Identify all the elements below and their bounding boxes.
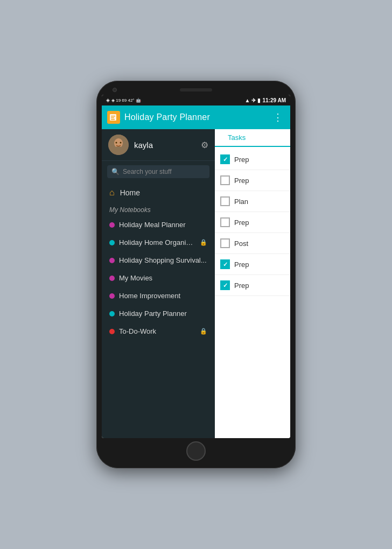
phone-camera — [113, 88, 117, 92]
phone-screen: ◈ ◈ 19 69 42° 🤖 ▲ ✈ ▮ 11:29 AM Holida — [102, 95, 290, 438]
app-title: Holiday Party Planner — [124, 112, 271, 122]
search-placeholder: Search your stuff — [123, 168, 172, 175]
task-checkbox[interactable] — [220, 280, 230, 290]
task-item: Post — [215, 233, 290, 254]
right-pane: Tasks PrepPrepPlanPrepPostPrepPrep — [215, 129, 290, 438]
menu-button[interactable]: ⋮ — [271, 109, 285, 125]
app-titlebar: Holiday Party Planner ⋮ — [102, 105, 290, 129]
task-item: Prep — [215, 254, 290, 275]
task-text: Prep — [234, 281, 249, 290]
task-text: Plan — [234, 198, 248, 206]
sidebar: kayla ⚙ 🔍 Search your stuff ⌂ Home My No… — [102, 129, 215, 438]
notebook-item[interactable]: Home Improvement — [102, 287, 215, 305]
notebook-dot — [109, 329, 115, 334]
main-content: kayla ⚙ 🔍 Search your stuff ⌂ Home My No… — [102, 129, 290, 438]
status-right: ▲ ✈ ▮ 11:29 AM — [245, 97, 286, 103]
task-text: Prep — [234, 219, 249, 227]
notebook-dot — [109, 258, 115, 263]
svg-rect-3 — [111, 119, 115, 120]
lock-icon: 🔒 — [200, 328, 207, 335]
phone-top-bar — [102, 88, 290, 92]
notebook-item[interactable]: Holiday Shopping Survival... — [102, 251, 215, 269]
lock-icon: 🔒 — [200, 239, 207, 246]
search-bar[interactable]: 🔍 Search your stuff — [107, 165, 209, 178]
task-item: Prep — [215, 212, 290, 233]
notebook-item[interactable]: Holiday Home Organizer🔒 — [102, 234, 215, 251]
notebook-label: Holiday Party Planner — [119, 309, 207, 318]
tasks-tab-bar: Tasks — [215, 129, 290, 147]
notebook-item[interactable]: To-Do-Work🔒 — [102, 322, 215, 340]
task-item: Prep — [215, 149, 290, 170]
airplane-icon: ✈ — [251, 97, 256, 103]
time-display: 11:29 AM — [262, 97, 286, 103]
settings-icon[interactable]: ⚙ — [201, 140, 208, 150]
user-profile: kayla ⚙ — [102, 129, 215, 161]
task-checkbox[interactable] — [220, 217, 230, 227]
task-checkbox[interactable] — [220, 238, 230, 248]
notebook-dot — [109, 240, 115, 245]
notebook-dot — [109, 311, 115, 316]
task-text: Prep — [234, 177, 249, 185]
battery-icon: ▮ — [257, 97, 261, 103]
task-checkbox[interactable] — [220, 259, 230, 269]
notebooks-header: My Notebooks — [102, 203, 215, 216]
status-bar: ◈ ◈ 19 69 42° 🤖 ▲ ✈ ▮ 11:29 AM — [102, 95, 290, 105]
notebook-dot — [109, 222, 115, 228]
signal-icon: ◈ — [106, 97, 110, 103]
task-item: Prep — [215, 275, 290, 296]
task-text: Prep — [234, 261, 249, 269]
tasks-list: PrepPrepPlanPrepPostPrepPrep — [215, 147, 290, 438]
notebook-item[interactable]: Holiday Meal Planner — [102, 216, 215, 234]
svg-point-7 — [116, 142, 117, 144]
status-left: ◈ ◈ 19 69 42° 🤖 — [106, 97, 141, 103]
notebook-dot — [109, 276, 115, 281]
task-text: Post — [234, 240, 248, 248]
notebook-item[interactable]: My Movies — [102, 269, 215, 287]
svg-point-6 — [113, 146, 124, 155]
avatar — [108, 135, 129, 155]
home-icon: ⌂ — [109, 188, 115, 198]
task-text: Prep — [234, 156, 249, 164]
username: kayla — [134, 140, 195, 150]
svg-rect-2 — [111, 117, 114, 118]
phone-bottom-bar — [102, 441, 290, 461]
notebook-label: To-Do-Work — [119, 327, 195, 335]
phone-speaker — [180, 88, 212, 92]
task-item: Plan — [215, 191, 290, 212]
wifi-icon: ▲ — [245, 97, 250, 103]
search-icon: 🔍 — [111, 168, 120, 175]
notebook-item[interactable]: Holiday Party Planner — [102, 305, 215, 322]
notebook-label: My Movies — [119, 274, 207, 282]
notebook-label: Holiday Meal Planner — [119, 221, 207, 229]
svg-point-8 — [120, 142, 122, 144]
notebook-label: Home Improvement — [119, 292, 207, 300]
tasks-tab[interactable]: Tasks — [220, 129, 253, 147]
svg-rect-1 — [111, 116, 115, 117]
task-checkbox[interactable] — [220, 154, 230, 164]
notebook-label: Holiday Home Organizer — [119, 238, 195, 247]
notebook-label: Holiday Shopping Survival... — [119, 256, 207, 264]
task-item: Prep — [215, 170, 290, 191]
notebook-dot — [109, 293, 115, 299]
home-button[interactable] — [186, 441, 206, 461]
task-checkbox[interactable] — [220, 196, 230, 206]
task-checkbox[interactable] — [220, 175, 230, 185]
app-icon — [107, 111, 120, 124]
notebooks-list: Holiday Meal PlannerHoliday Home Organiz… — [102, 216, 215, 340]
phone-device: ◈ ◈ 19 69 42° 🤖 ▲ ✈ ▮ 11:29 AM Holida — [96, 81, 296, 468]
home-label: Home — [120, 188, 140, 197]
notification-count: ◈ 19 69 42° 🤖 — [111, 98, 141, 103]
home-nav-item[interactable]: ⌂ Home — [102, 182, 215, 203]
